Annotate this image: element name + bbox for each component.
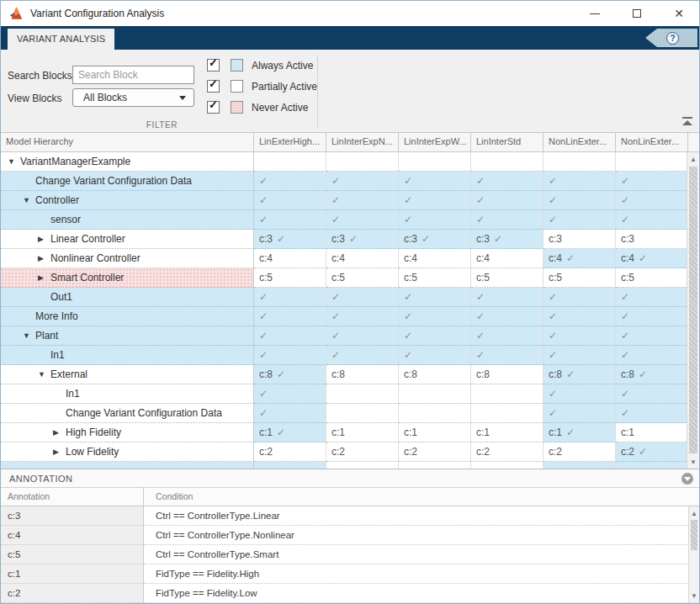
status-cell[interactable] bbox=[399, 462, 471, 469]
column-header[interactable]: LinExterHigh... bbox=[254, 133, 326, 151]
status-cell[interactable]: c:3✓ bbox=[326, 230, 399, 249]
annotation-id[interactable]: c:5 bbox=[1, 545, 144, 564]
status-cell[interactable]: ✓ bbox=[616, 326, 688, 346]
checkbox[interactable]: ✓ bbox=[207, 80, 220, 93]
status-cell[interactable] bbox=[471, 384, 544, 404]
scroll-up-icon[interactable]: ▲ bbox=[689, 507, 699, 519]
status-cell[interactable]: c:8✓ bbox=[544, 365, 616, 384]
annotation-row[interactable]: c:4Ctrl == ControllerType.Nonlinear bbox=[1, 526, 699, 545]
close-button[interactable]: ✕ bbox=[667, 2, 691, 25]
collapse-arrow-icon[interactable]: ▼ bbox=[23, 331, 35, 340]
status-cell[interactable] bbox=[471, 404, 544, 423]
status-cell[interactable]: c:3 bbox=[544, 230, 616, 249]
status-cell[interactable]: ✓ bbox=[254, 346, 326, 365]
annotation-scrollbar[interactable]: ▲ ▼ bbox=[688, 506, 699, 602]
table-row[interactable]: ▶Low Fidelityc:2c:2c:2c:2c:2c:2✓ bbox=[1, 442, 688, 462]
scroll-up-icon[interactable]: ▲ bbox=[687, 153, 699, 165]
status-cell[interactable]: c:1 bbox=[616, 423, 688, 442]
status-cell[interactable]: ✓ bbox=[616, 191, 688, 210]
scrollbar-thumb[interactable] bbox=[689, 167, 697, 453]
status-cell[interactable]: c:8 bbox=[471, 365, 544, 384]
status-cell[interactable]: ✓ bbox=[254, 384, 326, 404]
table-row[interactable] bbox=[1, 462, 688, 469]
expand-arrow-icon[interactable]: ▶ bbox=[38, 235, 50, 243]
status-cell[interactable]: c:5 bbox=[399, 268, 471, 288]
status-cell[interactable]: c:4 bbox=[471, 249, 544, 268]
expand-arrow-icon[interactable]: ▶ bbox=[38, 273, 50, 282]
status-cell[interactable]: ✓ bbox=[399, 210, 471, 230]
status-cell[interactable]: c:3✓ bbox=[399, 230, 471, 249]
status-cell[interactable] bbox=[254, 462, 326, 469]
status-cell[interactable]: ✓ bbox=[326, 210, 399, 230]
status-cell[interactable]: ✓ bbox=[254, 172, 326, 191]
column-header[interactable]: LinInterExpN... bbox=[326, 133, 399, 151]
table-row[interactable]: ▶High Fidelityc:1✓c:1c:1c:1c:1✓c:1 bbox=[1, 423, 688, 442]
annotation-collapse-button[interactable] bbox=[681, 473, 693, 485]
status-cell[interactable]: ✓ bbox=[616, 307, 688, 326]
status-cell[interactable]: ✓ bbox=[471, 191, 544, 210]
status-cell[interactable]: c:1✓ bbox=[254, 423, 326, 442]
collapse-arrow-icon[interactable]: ▼ bbox=[23, 196, 35, 204]
annotation-id[interactable]: c:1 bbox=[1, 564, 144, 584]
status-cell[interactable]: ✓ bbox=[544, 172, 616, 191]
status-cell[interactable]: c:4✓ bbox=[544, 249, 616, 268]
status-cell[interactable]: c:5 bbox=[616, 268, 688, 288]
status-cell[interactable]: c:1 bbox=[471, 423, 544, 442]
status-cell[interactable]: c:3✓ bbox=[471, 230, 544, 249]
table-row[interactable]: In1✓✓✓✓✓✓ bbox=[1, 346, 688, 365]
status-cell[interactable] bbox=[616, 152, 688, 172]
model-hierarchy-header[interactable]: Model Hierarchy bbox=[1, 133, 254, 151]
status-cell[interactable]: ✓ bbox=[616, 384, 688, 404]
status-cell[interactable]: c:3✓ bbox=[254, 230, 326, 249]
status-cell[interactable]: ✓ bbox=[326, 288, 399, 307]
maximize-button[interactable] bbox=[625, 2, 649, 25]
status-cell[interactable]: ✓ bbox=[326, 346, 399, 365]
annotation-id[interactable]: c:2 bbox=[1, 584, 144, 603]
annotation-row[interactable]: c:2FidType == Fidelity.Low bbox=[1, 584, 699, 603]
status-cell[interactable]: ✓ bbox=[254, 288, 326, 307]
help-button[interactable]: ? bbox=[645, 29, 697, 47]
status-cell[interactable]: c:2✓ bbox=[616, 442, 688, 462]
status-cell[interactable]: ✓ bbox=[616, 346, 688, 365]
status-cell[interactable] bbox=[326, 384, 399, 404]
status-cell[interactable]: ✓ bbox=[399, 172, 471, 191]
hierarchy-cell[interactable]: ▼External bbox=[1, 365, 254, 384]
annotation-row[interactable]: c:1FidType == Fidelity.High bbox=[1, 564, 699, 584]
hierarchy-cell[interactable]: ▶Smart Controller bbox=[1, 268, 254, 288]
status-cell[interactable]: ✓ bbox=[616, 404, 688, 423]
table-row[interactable]: ▼Plant✓✓✓✓✓✓ bbox=[1, 326, 688, 346]
status-cell[interactable]: ✓ bbox=[544, 384, 616, 404]
status-cell[interactable] bbox=[544, 152, 616, 172]
hierarchy-cell[interactable]: In1 bbox=[1, 346, 254, 365]
table-row[interactable]: ▶Linear Controllerc:3✓c:3✓c:3✓c:3✓c:3c:3 bbox=[1, 230, 688, 249]
checkbox[interactable]: ✓ bbox=[207, 101, 220, 114]
status-cell[interactable]: ✓ bbox=[544, 326, 616, 346]
search-input[interactable] bbox=[72, 66, 194, 84]
table-row[interactable]: ▼Externalc:8✓c:8c:8c:8c:8✓c:8✓ bbox=[1, 365, 688, 384]
annotation-id[interactable]: c:4 bbox=[1, 526, 144, 545]
status-cell[interactable] bbox=[471, 462, 544, 469]
collapse-toolstrip-button[interactable] bbox=[681, 117, 693, 125]
annotation-row[interactable]: c:3Ctrl == ControllerType.Linear bbox=[1, 506, 699, 526]
status-cell[interactable]: ✓ bbox=[399, 191, 471, 210]
scroll-down-icon[interactable]: ▼ bbox=[687, 456, 699, 468]
status-cell[interactable]: ✓ bbox=[399, 307, 471, 326]
hierarchy-cell[interactable]: ▶Low Fidelity bbox=[1, 442, 254, 462]
status-cell[interactable] bbox=[616, 462, 688, 469]
table-row[interactable]: sensor✓✓✓✓✓✓ bbox=[1, 210, 688, 230]
status-cell[interactable]: ✓ bbox=[254, 210, 326, 230]
status-cell[interactable]: ✓ bbox=[326, 307, 399, 326]
status-cell[interactable]: ✓ bbox=[616, 210, 688, 230]
annotation-condition[interactable]: FidType == Fidelity.Low bbox=[144, 584, 699, 603]
status-cell[interactable]: c:2 bbox=[544, 442, 616, 462]
table-row[interactable]: More Info✓✓✓✓✓✓ bbox=[1, 307, 688, 326]
status-cell[interactable]: c:3 bbox=[616, 230, 688, 249]
table-row[interactable]: Change Variant Configuration Data✓✓✓✓✓✓ bbox=[1, 172, 688, 191]
hierarchy-cell[interactable]: Out1 bbox=[1, 288, 254, 307]
status-cell[interactable]: ✓ bbox=[399, 346, 471, 365]
hierarchy-cell[interactable]: sensor bbox=[1, 210, 254, 230]
status-cell[interactable]: ✓ bbox=[471, 172, 544, 191]
status-cell[interactable]: c:4 bbox=[326, 249, 399, 268]
table-row[interactable]: ▶Nonlinear Controllerc:4c:4c:4c:4c:4✓c:4… bbox=[1, 249, 688, 268]
status-cell[interactable]: ✓ bbox=[399, 288, 471, 307]
